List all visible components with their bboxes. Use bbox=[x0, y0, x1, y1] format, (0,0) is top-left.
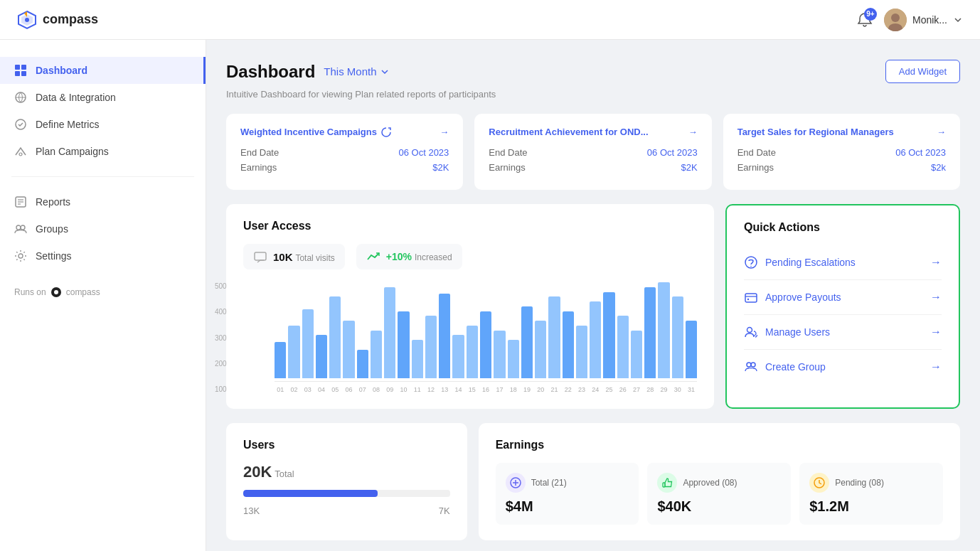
notification-badge: 9+ bbox=[864, 8, 877, 21]
total-icon bbox=[506, 473, 526, 493]
footer-text: Runs on bbox=[14, 287, 46, 297]
bar-chart bbox=[275, 282, 697, 382]
x-label-02: 02 bbox=[288, 386, 299, 393]
sidebar-item-settings[interactable]: Settings bbox=[0, 242, 206, 269]
svg-point-31 bbox=[751, 363, 755, 367]
thumbs-up-icon bbox=[661, 477, 673, 488]
campaign-card-2: Target Sales for Regional Managers → End… bbox=[723, 114, 960, 190]
campaign-arrow-1[interactable]: → bbox=[688, 127, 698, 137]
period-label: This Month bbox=[324, 65, 376, 77]
svg-rect-23 bbox=[255, 252, 266, 260]
qa-item-pending-escalations[interactable]: Pending Escalations → bbox=[744, 245, 942, 280]
page-title-row: Dashboard This Month bbox=[226, 62, 390, 82]
bar-26 bbox=[617, 316, 629, 378]
svg-point-28 bbox=[747, 299, 749, 300]
x-label-16: 16 bbox=[480, 386, 491, 393]
campaign-arrow-2[interactable]: → bbox=[937, 127, 946, 137]
bar-19 bbox=[521, 306, 533, 378]
earning-stat-total: Total (21) $4M bbox=[496, 463, 639, 525]
svg-rect-8 bbox=[21, 65, 26, 70]
sidebar-secondary-section: Reports Groups Settings bbox=[0, 183, 206, 275]
chart-stats: 10K Total visits +10% Increased bbox=[243, 244, 697, 269]
svg-point-20 bbox=[18, 254, 23, 258]
qa-arrow-payouts: → bbox=[930, 291, 942, 304]
chevron-down-icon bbox=[953, 15, 963, 25]
qa-item-manage-users[interactable]: Manage Users → bbox=[744, 315, 942, 350]
sidebar-label-reports: Reports bbox=[36, 196, 70, 208]
x-label-10: 10 bbox=[398, 386, 409, 393]
qa-item-approve-payouts[interactable]: Approve Payouts → bbox=[744, 280, 942, 315]
bar-5 bbox=[329, 296, 341, 378]
svg-point-5 bbox=[891, 14, 900, 22]
sidebar-item-define-metrics[interactable]: Define Metrics bbox=[0, 111, 206, 138]
sidebar-item-dashboard[interactable]: Dashboard bbox=[0, 57, 206, 84]
month-selector[interactable]: This Month bbox=[324, 65, 389, 77]
chart-x-labels: 0102030405060708091011121314151617181920… bbox=[275, 386, 697, 393]
increase-value: +10% bbox=[386, 251, 412, 262]
bar-7 bbox=[357, 350, 368, 379]
users-total-value: 20K bbox=[243, 463, 272, 481]
payouts-icon bbox=[744, 290, 758, 304]
svg-point-22 bbox=[54, 290, 58, 294]
users-bar-container bbox=[243, 490, 450, 497]
sidebar-item-plan-campaigns[interactable]: Plan Campaigns bbox=[0, 138, 206, 165]
reports-icon bbox=[14, 196, 27, 208]
user-name: Monik... bbox=[912, 14, 947, 26]
bar-20 bbox=[535, 321, 546, 378]
campaign-title-0: Weighted Incentive Campaigns bbox=[240, 127, 377, 137]
earnings-label-2: Earnings bbox=[737, 162, 774, 173]
qa-arrow-users: → bbox=[930, 326, 942, 338]
sidebar-label-settings: Settings bbox=[36, 250, 72, 262]
svg-point-30 bbox=[747, 363, 751, 367]
users-bar-fill bbox=[243, 490, 378, 497]
data-icon bbox=[14, 91, 27, 104]
end-date-label-0: End Date bbox=[240, 147, 279, 158]
x-label-23: 23 bbox=[576, 386, 587, 393]
sidebar-main-section: Dashboard Data & Integration Define Metr… bbox=[0, 51, 206, 171]
x-label-18: 18 bbox=[508, 386, 519, 393]
users-sub: 13K 7K bbox=[243, 505, 450, 516]
user-menu[interactable]: Monik... bbox=[884, 9, 963, 31]
x-label-27: 27 bbox=[631, 386, 642, 393]
end-date-label-1: End Date bbox=[489, 147, 527, 158]
increase-stat: +10% Increased bbox=[356, 244, 462, 269]
pending-icon bbox=[809, 473, 829, 493]
dashboard-icon bbox=[14, 64, 27, 77]
compass-footer-icon bbox=[50, 287, 62, 298]
bar-15 bbox=[467, 326, 478, 378]
add-widget-button[interactable]: Add Widget bbox=[885, 60, 960, 83]
x-label-13: 13 bbox=[439, 386, 450, 393]
qa-item-create-group[interactable]: Create Group → bbox=[744, 350, 942, 384]
notification-button[interactable]: 9+ bbox=[857, 12, 873, 28]
bar-12 bbox=[425, 316, 437, 378]
bar-21 bbox=[548, 296, 560, 378]
x-label-21: 21 bbox=[548, 386, 560, 393]
end-date-label-2: End Date bbox=[737, 147, 776, 158]
bar-18 bbox=[508, 340, 519, 378]
avatar bbox=[884, 9, 907, 31]
qa-label-payouts: Approve Payouts bbox=[765, 291, 841, 303]
svg-point-13 bbox=[19, 153, 22, 156]
sidebar-item-groups[interactable]: Groups bbox=[0, 215, 206, 242]
metrics-icon bbox=[14, 118, 27, 131]
minus-circle-icon bbox=[510, 477, 521, 488]
sidebar-label-metrics: Define Metrics bbox=[36, 119, 99, 130]
qa-arrow-group: → bbox=[930, 360, 942, 373]
x-label-17: 17 bbox=[494, 386, 505, 393]
bar-4 bbox=[316, 335, 327, 378]
campaign-arrow-0[interactable]: → bbox=[440, 127, 449, 137]
end-date-1: 06 Oct 2023 bbox=[647, 147, 698, 158]
sidebar-item-reports[interactable]: Reports bbox=[0, 188, 206, 215]
sidebar-item-data-integration[interactable]: Data & Integration bbox=[0, 84, 206, 111]
sidebar-label-dashboard: Dashboard bbox=[36, 65, 87, 76]
qa-label-users: Manage Users bbox=[765, 326, 830, 338]
x-label-26: 26 bbox=[617, 386, 629, 393]
total-visits-stat: 10K Total visits bbox=[243, 244, 345, 269]
approved-earnings-value: $40K bbox=[657, 498, 781, 515]
x-label-31: 31 bbox=[686, 386, 697, 393]
app-name: compass bbox=[43, 12, 98, 27]
chat-icon bbox=[253, 250, 267, 264]
main-content: Dashboard This Month Add Widget Intuitiv… bbox=[206, 40, 980, 551]
qa-label-pending: Pending Escalations bbox=[765, 257, 856, 268]
x-label-19: 19 bbox=[521, 386, 533, 393]
